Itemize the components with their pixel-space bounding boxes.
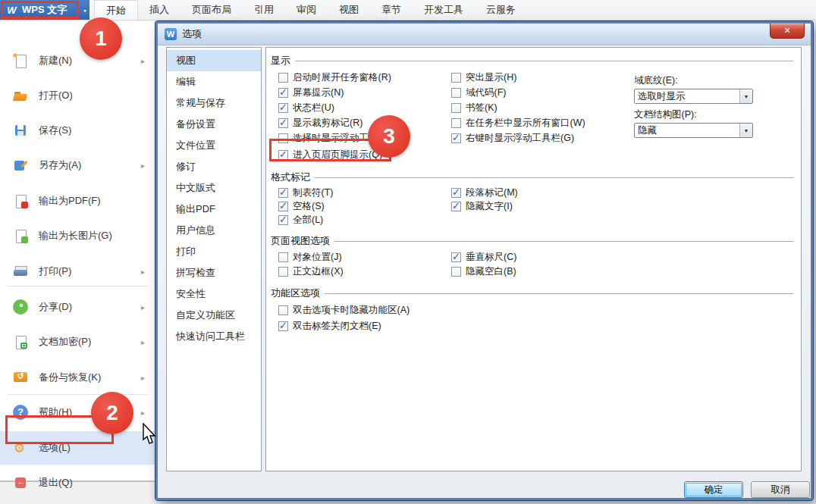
menu-item-export-pdf[interactable]: 输出为PDF(F) xyxy=(0,184,155,218)
menu-item-save[interactable]: 保存(S) xyxy=(0,114,155,147)
nav-item-spellcheck[interactable]: 拼写检查 xyxy=(167,262,261,283)
checkbox-row[interactable]: 状态栏(U) xyxy=(278,102,451,114)
checkbox[interactable] xyxy=(451,118,461,128)
checkbox[interactable] xyxy=(451,73,461,83)
menu-item-exit[interactable]: 退出(Q) xyxy=(0,466,155,499)
dialog-title: 选项 xyxy=(182,27,202,41)
step-1-badge: 1 xyxy=(80,17,122,60)
checkbox-row[interactable]: 右键时显示浮动工具栏(G) xyxy=(451,132,574,145)
checkbox[interactable] xyxy=(451,88,461,98)
checkbox[interactable] xyxy=(278,215,288,225)
nav-item-custom-ribbon[interactable]: 自定义功能区 xyxy=(167,305,261,326)
nav-item-backup-settings[interactable]: 备份设置 xyxy=(167,114,261,135)
checkbox-row[interactable]: 双击标签关闭文档(E) xyxy=(278,320,381,333)
tab-section[interactable]: 章节 xyxy=(370,0,413,20)
checkbox[interactable] xyxy=(278,103,288,113)
menu-item-backup-restore[interactable]: 备份与恢复(K)▸ xyxy=(0,361,155,394)
group-title-format-marks: 格式标记 xyxy=(271,171,310,184)
nav-item-user-info[interactable]: 用户信息 xyxy=(167,220,261,241)
checkbox[interactable] xyxy=(451,188,461,198)
checkbox-row[interactable]: 制表符(T) xyxy=(278,186,451,199)
chevron-down-icon: ▾ xyxy=(83,8,86,14)
nav-item-edit[interactable]: 编辑 xyxy=(167,71,261,92)
submenu-arrow-icon: ▸ xyxy=(141,268,145,276)
checkbox[interactable] xyxy=(278,188,288,198)
checkbox[interactable] xyxy=(278,321,288,331)
save-icon xyxy=(13,123,28,138)
tab-developer[interactable]: 开发工具 xyxy=(413,0,475,20)
checkbox-row[interactable]: 垂直标尺(C) xyxy=(451,251,516,264)
checkbox[interactable] xyxy=(278,202,288,211)
tab-insert[interactable]: 插入 xyxy=(138,0,180,20)
options-content-panel: 显示 启动时展开任务窗格(R)突出显示(H) 屏幕提示(N)域代码(F) 状态栏… xyxy=(265,47,802,471)
nav-item-general-save[interactable]: 常规与保存 xyxy=(167,92,261,114)
menu-item-share[interactable]: 分享(D)▸ xyxy=(0,290,155,324)
mouse-cursor xyxy=(140,423,157,446)
checkbox-row[interactable]: 突出显示(H) xyxy=(451,71,516,84)
close-icon[interactable]: ✕ xyxy=(770,23,805,39)
checkbox-row[interactable]: 屏幕提示(N) xyxy=(278,86,451,99)
group-rule xyxy=(334,241,793,242)
menu-item-open[interactable]: 打开(O) xyxy=(0,79,155,112)
group-rule xyxy=(295,61,793,61)
field-shading-dropdown[interactable]: 选取时显示 xyxy=(634,89,753,104)
nav-item-print[interactable]: 打印 xyxy=(167,241,261,262)
menu-item-save-as[interactable]: 另存为(A)▸ xyxy=(0,149,155,182)
checkbox[interactable] xyxy=(451,202,461,211)
group-rule xyxy=(315,177,793,178)
page-view-group: 页面视图选项 对象位置(J)垂直标尺(C) 正文边框(X)隐藏空白(B) xyxy=(271,234,793,279)
cancel-button[interactable]: 取消 xyxy=(751,481,810,498)
checkbox[interactable] xyxy=(278,305,288,315)
dialog-titlebar[interactable]: W 选项 ✕ xyxy=(158,23,811,45)
tab-page-layout[interactable]: 页面布局 xyxy=(180,0,243,20)
checkbox-row[interactable]: 启动时展开任务窗格(R) xyxy=(278,71,451,84)
ribbon-tab-bar: W WPS 文字 ▾ 开始 插入 页面布局 引用 审阅 视图 章节 开发工具 云… xyxy=(0,0,816,20)
checkbox-row[interactable]: 正文边框(X) xyxy=(278,265,451,278)
field-shading-label: 域底纹(E): xyxy=(634,74,755,87)
checkbox[interactable] xyxy=(278,118,288,128)
checkbox[interactable] xyxy=(278,88,288,98)
open-folder-icon xyxy=(13,88,28,103)
nav-item-revisions[interactable]: 修订 xyxy=(167,156,261,177)
nav-item-quick-access[interactable]: 快速访问工具栏 xyxy=(167,326,261,347)
checkbox-row[interactable]: 双击选项卡时隐藏功能区(A) xyxy=(278,304,410,317)
ok-button[interactable]: 确定 xyxy=(684,481,743,498)
menu-item-encrypt[interactable]: 文档加密(P)▸ xyxy=(0,325,155,358)
checkbox-row[interactable]: 隐藏空白(B) xyxy=(451,265,516,278)
chevron-down-icon[interactable] xyxy=(739,89,752,103)
nav-item-file-locations[interactable]: 文件位置 xyxy=(167,135,261,156)
tab-view[interactable]: 视图 xyxy=(328,0,370,20)
tab-review[interactable]: 审阅 xyxy=(285,0,328,20)
checkbox-row[interactable]: 全部(L) xyxy=(278,214,451,227)
step-3-badge: 3 xyxy=(368,115,410,158)
checkbox[interactable] xyxy=(451,133,461,143)
nav-item-view[interactable]: 视图 xyxy=(167,50,261,71)
tab-references[interactable]: 引用 xyxy=(243,0,285,20)
menu-item-export-long-image[interactable]: 输出为长图片(G) xyxy=(0,219,155,252)
checkbox-row[interactable]: 在任务栏中显示所有窗口(W) xyxy=(451,117,585,130)
menu-item-print[interactable]: 打印(P)▸ xyxy=(0,255,155,288)
checkbox[interactable] xyxy=(451,267,461,277)
checkbox[interactable] xyxy=(278,73,288,83)
checkbox[interactable] xyxy=(278,252,288,262)
checkbox-row[interactable]: 空格(S) xyxy=(278,200,451,213)
checkbox-row[interactable]: 段落标记(M) xyxy=(451,186,518,199)
document-map-dropdown[interactable]: 隐藏 xyxy=(634,123,753,138)
checkbox[interactable] xyxy=(451,103,461,113)
nav-item-security[interactable]: 安全性 xyxy=(167,283,261,305)
checkbox-row[interactable]: 显示裁剪标记(R) xyxy=(278,117,451,130)
checkbox-row[interactable]: 隐藏文字(I) xyxy=(451,200,513,213)
menu-item-new[interactable]: 新建(N)▸ xyxy=(0,44,155,77)
chevron-down-icon[interactable] xyxy=(739,124,752,137)
checkbox-row[interactable]: 对象位置(J) xyxy=(278,251,451,264)
save-as-icon xyxy=(13,158,28,173)
nav-item-export-pdf[interactable]: 输出PDF xyxy=(167,199,261,220)
share-icon xyxy=(13,299,28,315)
checkbox[interactable] xyxy=(451,252,461,262)
checkbox-row[interactable]: 书签(K) xyxy=(451,102,497,114)
tab-cloud[interactable]: 云服务 xyxy=(475,0,527,20)
group-title-ribbon-options: 功能区选项 xyxy=(271,286,320,300)
checkbox-row[interactable]: 域代码(F) xyxy=(451,86,506,99)
nav-item-chinese-layout[interactable]: 中文版式 xyxy=(167,177,261,199)
checkbox[interactable] xyxy=(278,267,288,277)
